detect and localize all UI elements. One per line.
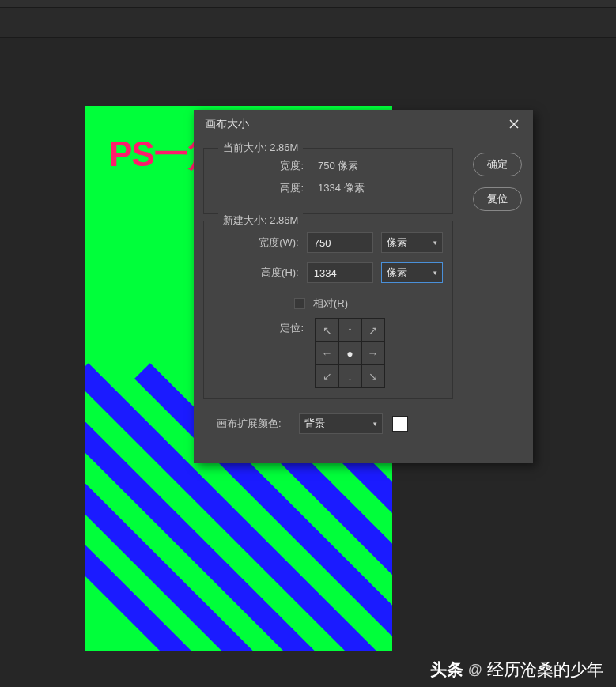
- canvas-size-dialog: 画布大小 当前大小: 2.86M 宽度: 750 像素 高度: 1334 像素: [194, 110, 533, 463]
- watermark-brand: 头条: [430, 659, 463, 681]
- extension-color-swatch[interactable]: [392, 416, 408, 432]
- anchor-sw[interactable]: ↙: [316, 364, 338, 387]
- anchor-s[interactable]: ↓: [338, 364, 361, 387]
- canvas-area: PS一篇 画布大小 当前大小: 2.86M: [0, 38, 616, 687]
- height-input[interactable]: [307, 262, 373, 283]
- chevron-down-icon: ▾: [433, 239, 437, 247]
- chevron-down-icon: ▾: [433, 269, 437, 277]
- extension-color-row: 画布扩展颜色: 背景 ▾: [203, 413, 523, 434]
- anchor-label: 定位:: [214, 318, 304, 335]
- anchor-e[interactable]: →: [361, 342, 384, 364]
- relative-label: 相对(R): [313, 296, 348, 311]
- anchor-nw[interactable]: ↖: [316, 319, 338, 342]
- current-width-label: 宽度:: [214, 159, 304, 173]
- current-size-legend: 当前大小: 2.86M: [218, 141, 303, 155]
- height-unit-select[interactable]: 像素 ▾: [381, 262, 443, 283]
- extension-label: 画布扩展颜色:: [217, 417, 282, 431]
- anchor-se[interactable]: ↘: [361, 364, 384, 387]
- height-unit-value: 像素: [387, 266, 407, 280]
- width-unit-select[interactable]: 像素 ▾: [381, 232, 443, 253]
- watermark-at: @: [468, 662, 482, 678]
- new-size-legend: 新建大小: 2.86M: [218, 213, 303, 228]
- dialog-button-column: 确定 复位: [473, 153, 522, 211]
- new-width-label: 宽度(W):: [214, 236, 299, 250]
- watermark: 头条 @ 经历沧桑的少年: [430, 659, 603, 681]
- anchor-w[interactable]: ←: [316, 342, 338, 364]
- reset-button[interactable]: 复位: [473, 187, 522, 211]
- anchor-n[interactable]: ↑: [338, 319, 361, 342]
- extension-color-value: 背景: [304, 417, 325, 431]
- dialog-title: 画布大小: [205, 117, 249, 131]
- watermark-author: 经历沧桑的少年: [487, 659, 603, 681]
- document-tab-bar: [0, 8, 616, 38]
- width-input[interactable]: [307, 232, 373, 253]
- width-unit-value: 像素: [387, 236, 407, 250]
- anchor-center[interactable]: ●: [338, 342, 361, 364]
- anchor-ne[interactable]: ↗: [361, 319, 384, 342]
- extension-color-select[interactable]: 背景 ▾: [299, 413, 383, 434]
- relative-checkbox[interactable]: [294, 298, 305, 309]
- close-icon[interactable]: [506, 116, 522, 132]
- current-height-label: 高度:: [214, 181, 304, 195]
- dialog-titlebar[interactable]: 画布大小: [194, 110, 533, 138]
- new-size-group: 新建大小: 2.86M 宽度(W): 像素 ▾ 高度(H): 像素: [203, 221, 453, 399]
- new-height-label: 高度(H):: [214, 266, 299, 280]
- chevron-down-icon: ▾: [373, 420, 377, 428]
- anchor-grid: ↖ ↑ ↗ ← ● → ↙ ↓ ↘: [315, 318, 385, 388]
- ok-button[interactable]: 确定: [473, 153, 522, 176]
- options-bar: [0, 0, 616, 8]
- current-size-group: 当前大小: 2.86M 宽度: 750 像素 高度: 1334 像素: [203, 148, 453, 214]
- current-width-value: 750 像素: [318, 159, 358, 173]
- current-height-value: 1334 像素: [318, 181, 365, 195]
